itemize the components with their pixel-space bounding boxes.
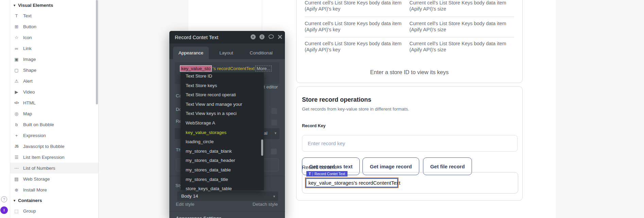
html-icon: </> (13, 101, 20, 105)
sidebar-item-label: List of Numbers (23, 166, 55, 171)
sidebar-item-javascript-to-bubble[interactable]: JSJavascript to Bubble (10, 141, 98, 152)
record-key-label: Record Key (302, 123, 325, 128)
size-cell: Current cell's List Store Keys body data… (409, 20, 522, 33)
store-record-operations-card: Store record operations Get records from… (296, 86, 523, 201)
sidebar-item-list-item-expression[interactable]: ☰List Item Expression (10, 152, 98, 163)
caret-down-icon: ▾ (14, 3, 15, 7)
detach-style-link[interactable]: Detach style (253, 202, 278, 207)
expression-editing-token[interactable]: key_value_sto (180, 65, 212, 72)
sidebar-item-install-more[interactable]: ⊕Install More (10, 184, 98, 195)
edit-style-link[interactable]: Edit style (176, 202, 194, 207)
sidebar-item-link[interactable]: ∞Link (10, 43, 98, 54)
plus-icon: + (13, 133, 20, 138)
sidebar-item-list-of-numbers[interactable]: ⋯List of Numbers (10, 163, 98, 173)
autocomplete-option[interactable]: key_value_storages (186, 130, 226, 135)
rich-text-editor-link-fragment[interactable]: xt editor (261, 84, 278, 89)
sidebar-item-label: Link (23, 46, 32, 51)
sidebar-item-label: Video (23, 89, 35, 95)
autocomplete-option[interactable]: loading_circle (186, 139, 214, 144)
star-icon: ☆ (13, 35, 20, 40)
bubble-icon: b (13, 122, 20, 127)
size-cell: Current cell's List Store Keys body data… (409, 0, 522, 12)
button-icon: ⊞ (13, 24, 20, 29)
sidebar-item-shape[interactable]: ▢Shape (10, 65, 98, 76)
card-title: Store record operations (302, 96, 371, 103)
sidebar-item-label: Text (23, 13, 32, 18)
autocomplete-option[interactable]: my_stores_data_table (186, 167, 231, 172)
sidebar-item-label: Install More (23, 187, 47, 192)
bubble-editor-screen: ? I ▾Visual ElementsTText⊞Button☆Icon∞Li… (0, 0, 644, 218)
sidebar-item-label: Built on Bubble (23, 122, 54, 127)
sidebar-item-label: Map (23, 111, 32, 116)
sidebar-item-built-on-bubble[interactable]: bBuilt on Bubble (10, 119, 98, 130)
autocomplete-option[interactable]: Text View and manage your (186, 102, 242, 107)
text-element-icon: T (309, 172, 313, 176)
sidebar-item-html[interactable]: </>HTML (10, 97, 98, 108)
sidebar-item-label: Alert (23, 79, 33, 84)
group-icon: ⬚ (13, 208, 20, 214)
sidebar-item-image[interactable]: ▣Image (10, 54, 98, 65)
store-keys-table-card[interactable]: Enter a store ID to view its keys Curren… (296, 0, 523, 83)
sidebar-item-label: Image (23, 57, 36, 62)
video-icon: ▶ (13, 89, 20, 95)
checkbox-3[interactable] (271, 149, 277, 154)
autocomplete-option[interactable]: store_keys_data_table (186, 186, 232, 191)
section-header-containers[interactable]: ▾Containers (10, 195, 98, 205)
record-key-placeholder: Enter record key (308, 140, 345, 146)
dialog-header[interactable]: Record Contet Text (169, 31, 285, 44)
autocomplete-option[interactable]: Text Store ID (186, 73, 212, 79)
sidebar-item-label: List Item Expression (23, 155, 65, 160)
autocomplete-option[interactable]: my_stores_data_blank (186, 149, 232, 154)
expression-line[interactable]: key_value_sto 's recordContentText More.… (180, 65, 272, 72)
tab-conditional[interactable]: Conditional (246, 47, 276, 59)
chevron-down-icon: ▾ (274, 131, 276, 135)
sidebar-item-label: Javascript to Bubble (23, 144, 65, 149)
autocomplete-option[interactable]: my_stores_data_header (186, 158, 235, 163)
style-select-value: Body 14 (181, 194, 198, 199)
sidebar-scrollbar[interactable] (96, 0, 98, 104)
section-header-visual-elements[interactable]: ▾Visual Elements (10, 0, 98, 10)
expression-autocomplete-dropdown: Text Store IDText Store keysText Store r… (181, 72, 264, 190)
install-icon: ⊕ (13, 187, 20, 192)
dropdown-scrollbar[interactable] (261, 139, 263, 156)
sidebar-item-web-storage[interactable]: ▤Web Storage (10, 173, 98, 184)
style-select[interactable]: Body 14 ▾ (177, 191, 278, 201)
sidebar-item-text[interactable]: TText (10, 10, 98, 21)
link-icon: ∞ (13, 46, 20, 51)
sidebar-item-expression[interactable]: +Expression (10, 130, 98, 141)
element-palette-list: ▾Visual ElementsTText⊞Button☆Icon∞Link▣I… (10, 0, 98, 218)
info-icon[interactable] (259, 34, 265, 39)
sidebar-item-map[interactable]: ◎Map (10, 108, 98, 119)
autocomplete-option[interactable]: my_stores_data_title (186, 177, 228, 182)
checkbox-2[interactable] (271, 120, 277, 125)
tab-layout[interactable]: Layout (214, 47, 239, 59)
selected-text-element[interactable]: key_value_storages's recordContentText (306, 178, 398, 187)
sidebar-item-label: Web Storage (23, 177, 50, 182)
sidebar-item-icon[interactable]: ☆Icon (10, 32, 98, 43)
card-subtitle: Get records from key-value store in diff… (302, 106, 409, 112)
selected-text-expression: key_value_storages's recordContentText (306, 180, 401, 186)
js-icon: JS (13, 145, 20, 148)
sidebar-item-video[interactable]: ▶Video (10, 86, 98, 97)
close-icon[interactable] (278, 35, 282, 39)
autocomplete-option[interactable]: Text Store record operati (186, 92, 236, 97)
sidebar-item-group[interactable]: ⬚Group (10, 205, 98, 216)
play-icon[interactable] (251, 34, 256, 39)
divider (169, 211, 285, 212)
autocomplete-option[interactable]: Text Store keys (186, 83, 217, 88)
expression-more-button[interactable]: More... (255, 66, 272, 71)
sidebar-item-repeating-group[interactable]: ⬚Repeating Group (10, 216, 98, 218)
autocomplete-option[interactable]: Text View keys in a speci (186, 111, 237, 116)
expression-rest[interactable]: 's recordContentText (212, 66, 254, 71)
record-key-input[interactable]: Enter record key (302, 135, 518, 152)
comment-icon[interactable] (268, 34, 274, 39)
help-icon[interactable]: ? (1, 196, 7, 202)
chat-badge[interactable]: I (0, 206, 8, 214)
checkbox-1[interactable] (271, 108, 277, 114)
shape-icon: ▢ (13, 68, 20, 73)
sidebar-item-alert[interactable]: ⚠Alert (10, 76, 98, 86)
property-editor-dialog: Record Contet Text Appearance Layout Con… (169, 31, 285, 218)
sidebar-item-button[interactable]: ⊞Button (10, 21, 98, 32)
tab-appearance[interactable]: Appearance (173, 47, 209, 59)
autocomplete-option[interactable]: WebStorage A (186, 120, 215, 125)
